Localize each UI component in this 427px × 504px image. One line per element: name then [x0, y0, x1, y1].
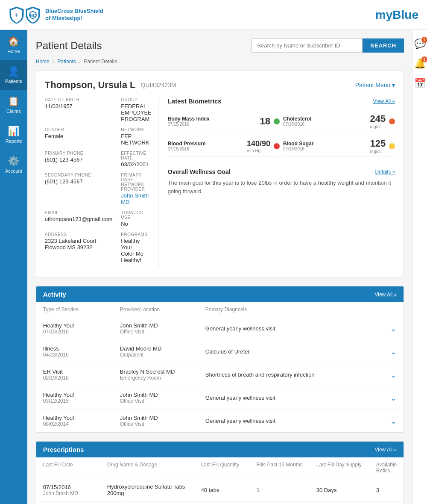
search-button[interactable]: SEARCH: [363, 38, 404, 53]
prescriptions-view-all-link[interactable]: View All »: [374, 447, 397, 453]
gender-field: GENDER Female: [45, 127, 112, 146]
sidebar-item-reports[interactable]: 📊 Reports: [0, 120, 27, 150]
effective-date-field: EFFECTIVE DATE 03/02/2001: [121, 151, 152, 168]
table-row: 07/15/2016John Smith MD Hydroxycloroquin…: [36, 478, 404, 502]
top-bar: + BC BlueCross BlueShield of Mississippi…: [0, 0, 427, 30]
activity-section: Activity View All » Type of Service Prov…: [36, 286, 404, 433]
sidebar-item-account-label: Account: [5, 168, 22, 174]
home-icon: 🏠: [8, 36, 19, 47]
activity-header: Activity View All »: [36, 286, 404, 302]
breadcrumb-home[interactable]: Home: [36, 59, 50, 65]
activity-row-expand-0[interactable]: ⌄: [380, 324, 397, 333]
secondary-phone-field: SECONDARY PHONE (601) 123-4567: [45, 173, 112, 205]
biometric-sugar: Blood Sugar 07/15/2016 125 mg/dL: [283, 136, 395, 157]
myblue-brand: myBlue: [375, 8, 418, 22]
sidebar: 🏠 Home 👤 Patients 📋 Claims 📊 Reports ⚙️ …: [0, 30, 27, 504]
page-header: Patient Details SEARCH: [36, 38, 404, 53]
calendar-icon-button[interactable]: 📅: [414, 78, 426, 89]
activity-view-all-link[interactable]: View All »: [374, 292, 397, 298]
wellness-header: Overall Wellness Goal Details »: [168, 168, 395, 175]
sidebar-item-reports-label: Reports: [6, 139, 22, 144]
chevron-down-icon: ▾: [392, 82, 395, 88]
search-box: SEARCH: [252, 38, 404, 53]
logo-area: + BC BlueCross BlueShield of Mississippi: [9, 6, 103, 24]
patient-subscriber-id: QUI432423M: [140, 82, 176, 88]
bcbs-shield-icon: +: [9, 6, 25, 24]
sidebar-item-account[interactable]: ⚙️ Account: [0, 150, 27, 180]
svg-text:BC: BC: [30, 13, 36, 18]
bcbs-shield2-icon: BC: [25, 6, 41, 24]
table-row: Healthy You!03/12/2015 John Smith MDOffi…: [36, 386, 404, 410]
patient-menu-button[interactable]: Patient Menu ▾: [355, 82, 395, 88]
breadcrumb-patients[interactable]: Patients: [57, 59, 76, 65]
breadcrumb-current: Patient Details: [84, 59, 117, 65]
dob-field: DATE OF BIRTH 11/03/1957: [45, 97, 112, 122]
chat-icon-button[interactable]: 💬 1: [414, 38, 426, 50]
sidebar-item-home[interactable]: 🏠 Home: [0, 30, 27, 60]
tobacco-field: TOBACCO USE No: [121, 210, 152, 227]
network-field: NETWORK FEP NETWORK: [121, 127, 152, 146]
prescriptions-table-header: Last Fill Date Drug Name & Dosage Last F…: [36, 457, 404, 478]
wellness-details-link[interactable]: Details »: [375, 169, 395, 175]
programs-field: PROGRAMS Healthy You! Color Me Healthy!: [121, 232, 152, 263]
primary-phone-field: PRIMARY PHONE (601) 123-4567: [45, 151, 112, 168]
table-row: Healthy You!08/02/2014 John Smith MDOffi…: [36, 410, 404, 432]
patient-name: Thompson, Ursula L: [45, 80, 136, 91]
sidebar-item-patients[interactable]: 👤 Patients: [0, 60, 27, 90]
bp-indicator: [274, 143, 280, 149]
activity-row-expand-3[interactable]: ⌄: [380, 393, 397, 403]
chat-badge: 1: [421, 37, 427, 43]
bcbs-logo-text: BlueCross BlueShield of Mississippi: [45, 8, 103, 22]
right-sidebar: 💬 1 🔔 1 📅: [412, 30, 427, 504]
prescriptions-header: Prescriptions View All »: [36, 442, 404, 457]
page-title: Patient Details: [36, 40, 247, 52]
pcp-field: PRIMARY CARE NETWORK PROVIDER John Smith…: [121, 173, 152, 205]
activity-row-expand-4[interactable]: ⌄: [380, 416, 397, 426]
wellness-text: The main goal for this year is to lose 2…: [168, 179, 395, 195]
svg-text:+: +: [15, 12, 18, 18]
biometrics-grid: Body Mass Index 07/15/2016 18 Cholestero…: [168, 111, 395, 157]
activity-table-header: Type of Service Provider/Location Primar…: [36, 302, 404, 317]
prescriptions-section: Prescriptions View All » Last Fill Date …: [36, 441, 404, 504]
patient-info-grid: DATE OF BIRTH 11/03/1957 GROUP FEDERAL E…: [45, 97, 152, 268]
patients-icon: 👤: [8, 66, 19, 77]
search-input[interactable]: [252, 38, 363, 53]
patient-card: Thompson, Ursula L QUI432423M Patient Me…: [36, 71, 404, 277]
biometric-cholesterol: Cholesterol 07/15/2016 245 mg/dL: [283, 111, 395, 132]
bell-icon-button[interactable]: 🔔 1: [414, 58, 426, 69]
table-row: ER Visit02/19/2016 Bradley N Secrest MDE…: [36, 363, 404, 386]
biometrics-header: Latest Biometrics View All »: [168, 97, 395, 105]
biometrics-view-all-link[interactable]: View All »: [373, 98, 395, 104]
email-field: EMAIL uthompson123@gmail.com: [45, 210, 112, 227]
biometrics-section: Latest Biometrics View All » Body Mass I…: [159, 97, 395, 268]
activity-row-expand-1[interactable]: ⌄: [380, 347, 397, 357]
activity-row-expand-2[interactable]: ⌄: [380, 370, 397, 380]
claims-icon: 📋: [8, 96, 19, 107]
patient-name-row: Thompson, Ursula L QUI432423M Patient Me…: [45, 80, 395, 91]
reports-icon: 📊: [8, 126, 19, 137]
sidebar-item-claims-label: Claims: [6, 109, 21, 114]
table-row: Healthy You!07/15/2016 John Smith MDOffi…: [36, 317, 404, 340]
table-row: Illness04/23/2016 David Moore MDOutpatie…: [36, 340, 404, 363]
sugar-indicator: [389, 143, 395, 149]
breadcrumb: Home › Patients › Patient Details: [36, 59, 404, 65]
address-field: ADDRESS 2323 Lakeland Court Flowood MS 3…: [45, 232, 112, 263]
bmi-indicator: [274, 118, 280, 124]
sidebar-item-claims[interactable]: 📋 Claims: [0, 90, 27, 120]
patient-info-section: DATE OF BIRTH 11/03/1957 GROUP FEDERAL E…: [45, 97, 159, 268]
group-field: GROUP FEDERAL EMPLOYEE PROGRAM: [121, 97, 152, 122]
sidebar-item-patients-label: Patients: [5, 79, 22, 84]
sidebar-item-home-label: Home: [7, 49, 20, 54]
biometric-bmi: Body Mass Index 07/15/2016 18: [168, 111, 280, 132]
biometric-bp: Blood Pressure 07/15/2016 140/90 mm Hg: [168, 136, 280, 157]
main-area: 🏠 Home 👤 Patients 📋 Claims 📊 Reports ⚙️ …: [0, 30, 427, 504]
wellness-section: Overall Wellness Goal Details » The main…: [168, 163, 395, 195]
bell-badge: 1: [421, 56, 427, 62]
app-container: + BC BlueCross BlueShield of Mississippi…: [0, 0, 427, 504]
main-content: Patient Details SEARCH Home › Patients ›…: [27, 30, 412, 504]
patient-details-container: DATE OF BIRTH 11/03/1957 GROUP FEDERAL E…: [45, 97, 395, 268]
cholesterol-indicator: [389, 118, 395, 124]
table-row: 07/15/2016John Smith MD Cirprofoxan Tab …: [36, 502, 404, 504]
account-icon: ⚙️: [8, 156, 19, 167]
